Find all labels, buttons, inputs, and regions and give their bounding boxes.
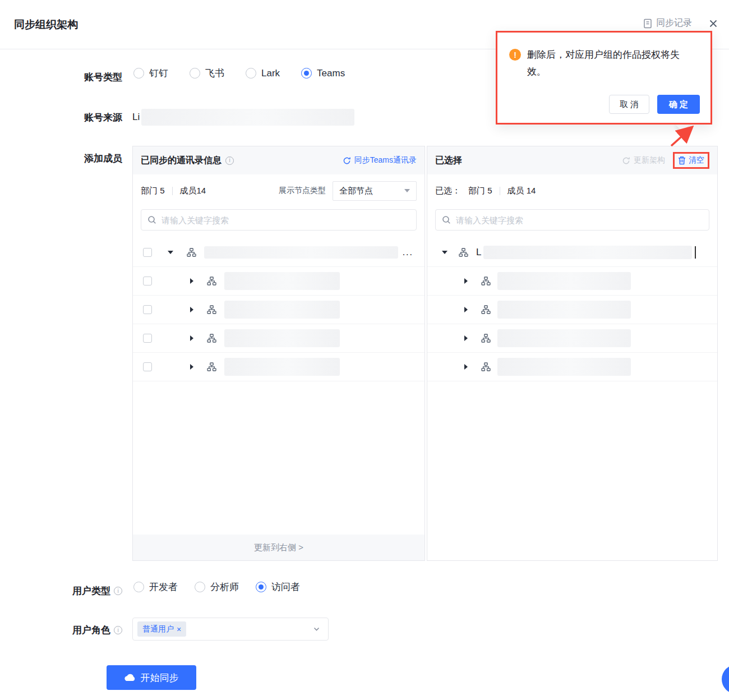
user-type-label: 用户类型 xyxy=(0,584,122,597)
source-search-input[interactable] xyxy=(162,215,410,225)
source-search-box xyxy=(141,209,417,231)
node-type-value: 全部节点 xyxy=(339,186,373,196)
sync-teams-link-label: 同步Teams通讯录 xyxy=(354,155,417,165)
cancel-button[interactable]: 取 消 xyxy=(609,95,649,114)
radio-dingtalk[interactable]: 钉钉 xyxy=(133,67,168,80)
warning-icon: ! xyxy=(509,49,521,61)
node-type-label: 展示节点类型 xyxy=(279,186,326,196)
info-icon[interactable] xyxy=(114,587,122,595)
clear-button[interactable]: 清空 xyxy=(678,155,704,165)
radio-label: Teams xyxy=(317,68,345,79)
tree-row[interactable] xyxy=(427,296,717,324)
sync-org-dialog: 同步组织架构 同步记录 账号类型 钉钉 飞书 Lark Teams 账号来源 L… xyxy=(0,0,729,700)
radio-developer[interactable]: 开发者 xyxy=(133,581,178,593)
tree-row[interactable] xyxy=(133,296,425,324)
caret-down-icon[interactable] xyxy=(168,251,173,254)
search-icon xyxy=(442,215,451,224)
checkbox[interactable] xyxy=(143,305,152,314)
caret-right-icon[interactable] xyxy=(464,335,468,341)
popover-body: ! 删除后，对应用户组的作品授权将失效。 xyxy=(497,33,710,80)
radio-feishu[interactable]: 飞书 xyxy=(190,67,224,80)
tree-row[interactable] xyxy=(133,267,425,296)
blurred-text xyxy=(204,246,398,259)
source-tree: ... xyxy=(133,238,425,381)
checkbox[interactable] xyxy=(143,248,152,257)
checkbox[interactable] xyxy=(143,277,152,285)
search-icon xyxy=(147,215,156,224)
org-chart-icon xyxy=(481,362,491,371)
chevron-down-icon xyxy=(313,625,320,633)
radio-lark[interactable]: Lark xyxy=(246,68,280,79)
text-cursor xyxy=(695,246,696,259)
sync-record-label: 同步记录 xyxy=(656,17,692,29)
info-icon[interactable] xyxy=(114,626,122,634)
blurred-text xyxy=(224,329,340,347)
caret-right-icon[interactable] xyxy=(464,278,468,284)
user-type-radio-group: 开发者 分析师 访问者 xyxy=(133,581,300,593)
radio-circle[interactable] xyxy=(190,68,200,79)
caret-right-icon[interactable] xyxy=(190,335,193,341)
chevron-down-icon xyxy=(404,189,410,192)
start-sync-label: 开始同步 xyxy=(141,671,179,684)
user-role-label: 用户角色 xyxy=(0,624,122,637)
tree-row-root[interactable]: ... xyxy=(133,238,425,267)
tree-row[interactable] xyxy=(133,353,425,381)
org-chart-icon xyxy=(481,305,491,314)
tree-row-root[interactable]: L xyxy=(427,238,717,267)
popover-message: 删除后，对应用户组的作品授权将失效。 xyxy=(527,47,695,80)
radio-visitor[interactable]: 访问者 xyxy=(256,581,300,593)
tree-row[interactable] xyxy=(427,267,717,296)
more-actions[interactable]: ... xyxy=(403,247,413,257)
selected-stats-row: 已选： 部门 5 成员 14 xyxy=(427,174,717,207)
tree-row[interactable] xyxy=(427,353,717,381)
caret-right-icon[interactable] xyxy=(464,307,468,312)
radio-circle[interactable] xyxy=(133,582,144,592)
trash-icon xyxy=(678,156,686,165)
checkbox[interactable] xyxy=(143,362,152,371)
radio-teams[interactable]: Teams xyxy=(301,68,345,79)
close-icon[interactable] xyxy=(709,19,718,28)
blurred-text xyxy=(224,272,340,290)
tag-close-icon[interactable]: × xyxy=(177,625,181,633)
selected-search-box xyxy=(435,209,709,231)
floating-assistant-button[interactable] xyxy=(722,665,729,694)
caret-right-icon[interactable] xyxy=(190,364,193,370)
confirm-button[interactable]: 确 定 xyxy=(657,95,700,114)
node-type-select[interactable]: 全部节点 xyxy=(333,181,417,201)
node-type-group: 展示节点类型 全部节点 xyxy=(279,181,417,201)
caret-right-icon[interactable] xyxy=(190,278,193,284)
blurred-text xyxy=(497,358,631,376)
radio-circle[interactable] xyxy=(133,68,144,79)
selected-label: 已选： xyxy=(435,186,460,196)
source-panel-title: 已同步的通讯录信息 xyxy=(141,155,234,167)
radio-circle[interactable] xyxy=(246,68,256,79)
annotation-clear-highlight: 清空 xyxy=(673,152,709,169)
user-role-select[interactable]: 普通用户 × xyxy=(132,618,329,641)
radio-analyst[interactable]: 分析师 xyxy=(195,581,239,593)
clear-button-label: 清空 xyxy=(689,155,704,165)
blurred-text xyxy=(224,301,340,319)
header-actions: 同步记录 xyxy=(643,17,718,29)
org-chart-icon xyxy=(481,277,491,285)
sync-teams-link[interactable]: 同步Teams通讯录 xyxy=(343,155,417,165)
update-structure-button[interactable]: 更新架构 xyxy=(622,155,665,165)
radio-circle[interactable] xyxy=(195,582,205,592)
caret-right-icon[interactable] xyxy=(464,364,468,370)
radio-label: 分析师 xyxy=(210,581,239,593)
source-panel-header: 已同步的通讯录信息 同步Teams通讯录 xyxy=(133,146,425,174)
record-icon xyxy=(643,19,652,29)
caret-right-icon[interactable] xyxy=(190,307,193,312)
radio-circle-checked[interactable] xyxy=(256,582,266,592)
radio-circle-checked[interactable] xyxy=(301,68,312,79)
tree-row[interactable] xyxy=(427,324,717,353)
dept-count: 部门 5 xyxy=(141,186,165,196)
selected-search-input[interactable] xyxy=(456,215,703,225)
caret-down-icon[interactable] xyxy=(442,251,447,254)
move-to-right-button[interactable]: 更新到右侧 > xyxy=(133,535,425,560)
tree-row[interactable] xyxy=(133,324,425,353)
sync-record-link[interactable]: 同步记录 xyxy=(643,17,692,29)
checkbox[interactable] xyxy=(143,334,152,343)
start-sync-button[interactable]: 开始同步 xyxy=(107,665,196,690)
org-chart-icon xyxy=(207,305,216,314)
info-icon[interactable] xyxy=(225,156,234,165)
